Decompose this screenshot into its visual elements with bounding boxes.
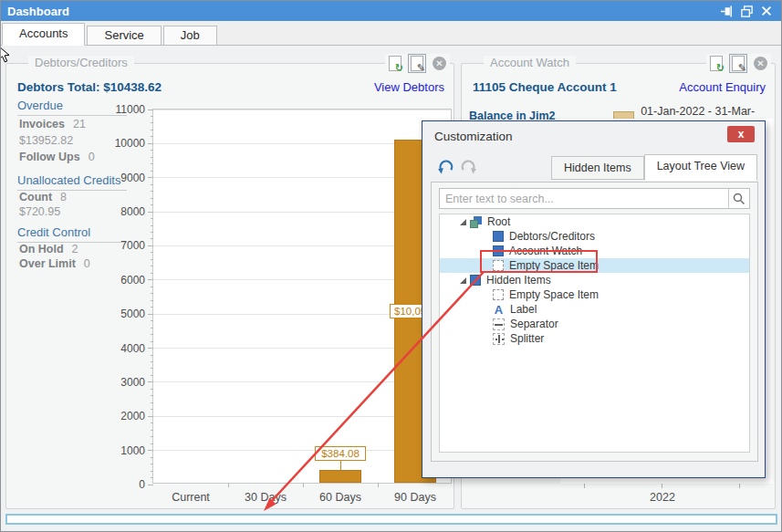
debtors-creditors-panel: Debtors/Creditors ↻ ✎ ✕ Debtors Total: $… bbox=[5, 63, 454, 509]
y-axis-tick bbox=[148, 143, 153, 144]
stat-credit-amount: $720.95 bbox=[19, 205, 60, 218]
y-axis-minor-tick bbox=[151, 300, 153, 301]
bar-value-label: $384.08 bbox=[315, 446, 366, 461]
y-axis-minor-tick bbox=[151, 477, 153, 478]
y-axis-tick bbox=[148, 110, 153, 110]
label-icon: A bbox=[493, 304, 505, 316]
view-debtors-link[interactable]: View Debtors bbox=[374, 80, 444, 94]
search-icon[interactable] bbox=[728, 189, 749, 208]
close-panel-icon[interactable]: ✕ bbox=[754, 57, 767, 70]
y-axis-minor-tick bbox=[151, 266, 153, 266]
y-axis-minor-tick bbox=[151, 198, 153, 199]
tree-item-label: Empty Space Item bbox=[509, 288, 599, 301]
dialog-content-box: RootDebtors/CreditorsAccount WatchEmpty … bbox=[431, 182, 758, 462]
y-axis-tick bbox=[148, 381, 153, 382]
y-axis-label: 1000 bbox=[107, 444, 145, 457]
x-axis-tick bbox=[303, 483, 304, 487]
redo-icon[interactable] bbox=[460, 158, 477, 175]
y-axis-minor-tick bbox=[151, 368, 153, 369]
y-axis-minor-tick bbox=[151, 204, 153, 205]
y-axis-tick bbox=[148, 245, 153, 246]
x-axis-label: 90 Days bbox=[378, 491, 453, 504]
panel-caption: Debtors/Creditors bbox=[28, 56, 134, 69]
y-axis-tick bbox=[148, 348, 153, 349]
tree-item-hidden-items[interactable]: Hidden Items bbox=[440, 273, 749, 287]
stat-invoices: Invoices21 bbox=[19, 118, 86, 130]
y-axis-label: 7000 bbox=[107, 239, 145, 252]
expander-icon[interactable] bbox=[460, 219, 466, 225]
mouse-cursor bbox=[0, 46, 11, 64]
y-axis-minor-tick bbox=[151, 443, 153, 444]
separator-icon bbox=[493, 318, 505, 330]
y-axis-label: 5000 bbox=[107, 308, 145, 320]
y-axis-minor-tick bbox=[151, 130, 153, 130]
y-axis-minor-tick bbox=[151, 157, 153, 158]
close-window-icon[interactable] bbox=[759, 4, 774, 18]
y-axis-tick bbox=[148, 314, 153, 315]
tab-accounts[interactable]: Accounts bbox=[2, 23, 85, 46]
x-axis-tick bbox=[378, 483, 379, 487]
y-axis-minor-tick bbox=[151, 150, 153, 151]
close-panel-icon[interactable]: ✕ bbox=[433, 57, 446, 70]
y-axis-label: 11000 bbox=[107, 103, 145, 116]
y-axis-minor-tick bbox=[151, 163, 153, 164]
tab-job[interactable]: Job bbox=[163, 26, 217, 45]
tree-item-root[interactable]: Root bbox=[440, 214, 749, 229]
refresh-icon[interactable]: ↻ bbox=[710, 56, 723, 71]
tab-service[interactable]: Service bbox=[87, 26, 161, 45]
x-axis-label-year: 2022 bbox=[626, 491, 699, 504]
panel-icon bbox=[470, 275, 481, 286]
tree-item-empty-space-item[interactable]: Empty Space Item bbox=[440, 287, 749, 302]
dialog-close-button[interactable]: x bbox=[727, 126, 755, 142]
account-enquiry-link[interactable]: Account Enquiry bbox=[679, 80, 766, 94]
y-axis-minor-tick bbox=[151, 287, 153, 287]
tree-item-label: Root bbox=[487, 215, 510, 228]
debtors-total: Debtors Total: $10438.62 bbox=[17, 80, 162, 94]
stat-count: Count8 bbox=[19, 191, 67, 203]
refresh-icon[interactable]: ↻ bbox=[389, 56, 401, 71]
tree-item-debtors-creditors[interactable]: Debtors/Creditors bbox=[440, 229, 749, 244]
splitter-icon bbox=[493, 333, 505, 345]
y-axis-minor-tick bbox=[151, 341, 153, 342]
x-axis-tick bbox=[662, 484, 662, 488]
edit-layout-icon[interactable]: ✎ bbox=[408, 54, 426, 73]
y-axis-minor-tick bbox=[151, 252, 153, 253]
x-axis-tick bbox=[584, 484, 585, 488]
search-input[interactable] bbox=[440, 189, 728, 208]
y-axis-label: 8000 bbox=[107, 205, 145, 218]
x-axis-tick bbox=[228, 483, 229, 487]
tree-item-splitter[interactable]: Splitter bbox=[440, 331, 749, 346]
dashboard-window: Dashboard Accounts Service Job Debtors/C… bbox=[0, 0, 782, 532]
tab-layout-tree-view[interactable]: Layout Tree View bbox=[644, 154, 757, 181]
y-axis-minor-tick bbox=[151, 136, 153, 137]
expander-icon[interactable] bbox=[460, 277, 466, 284]
y-axis-tick bbox=[148, 450, 153, 451]
undo-icon[interactable] bbox=[437, 158, 454, 175]
y-axis-minor-tick bbox=[151, 471, 153, 472]
y-axis-minor-tick bbox=[151, 191, 153, 192]
y-axis-minor-tick bbox=[151, 122, 153, 123]
panel-caption: Account Watch bbox=[484, 56, 576, 69]
tree-item-label[interactable]: ALabel bbox=[440, 302, 749, 317]
debtors-aging-chart: 0100020003000400050006000700080009000100… bbox=[152, 109, 452, 484]
y-axis-label: 9000 bbox=[107, 172, 145, 184]
y-axis-minor-tick bbox=[151, 218, 153, 219]
stat-on-hold: On Hold2 bbox=[19, 243, 78, 256]
pin-icon[interactable] bbox=[719, 4, 734, 18]
y-axis-minor-tick bbox=[151, 273, 153, 274]
annotation-red-box bbox=[480, 250, 598, 273]
x-axis-label: 30 Days bbox=[228, 491, 303, 504]
y-axis-tick bbox=[148, 279, 153, 280]
search-box bbox=[439, 188, 750, 209]
edit-layout-icon[interactable]: ✎ bbox=[729, 54, 747, 73]
y-axis-label: 3000 bbox=[107, 376, 145, 389]
restore-window-icon[interactable] bbox=[739, 4, 754, 18]
y-axis-minor-tick bbox=[151, 184, 153, 185]
tab-hidden-items[interactable]: Hidden Items bbox=[551, 156, 644, 180]
y-axis-tick bbox=[148, 177, 153, 178]
y-axis-label: 4000 bbox=[107, 342, 145, 355]
tree-item-separator[interactable]: Separator bbox=[440, 317, 749, 331]
tree-item-label: Debtors/Creditors bbox=[509, 230, 595, 243]
y-axis-minor-tick bbox=[151, 430, 153, 431]
y-axis-minor-tick bbox=[151, 238, 153, 239]
